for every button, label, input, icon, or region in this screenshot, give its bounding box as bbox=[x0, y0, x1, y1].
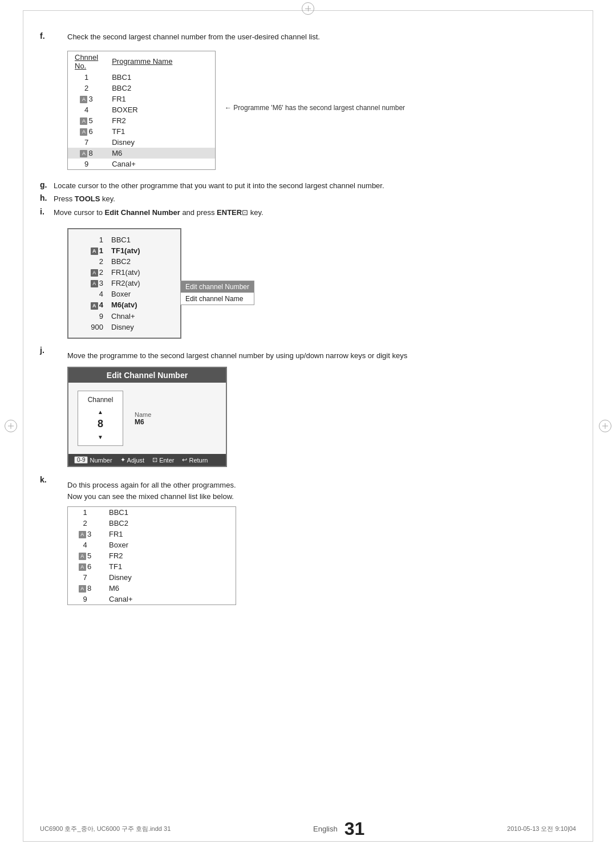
channel-number-cell: 4 bbox=[68, 104, 105, 115]
programme-name-cell: Disney bbox=[102, 572, 236, 583]
table-row: 1BBC1 bbox=[68, 507, 236, 518]
context-menu: Edit channel NumberEdit channel Name bbox=[180, 281, 254, 305]
a-badge: A bbox=[91, 280, 98, 287]
programme-name-cell: FR1 bbox=[105, 94, 215, 104]
footer-right-text: 2010-05-13 오전 9:10|04 bbox=[507, 825, 576, 833]
a-badge: A bbox=[91, 302, 98, 310]
programme-name-cell: FR1 bbox=[102, 529, 236, 539]
channel-number-cell: A8 bbox=[68, 148, 105, 159]
tv-num-cell: 9 bbox=[75, 311, 107, 321]
tv-name-cell: M6(atv) bbox=[108, 300, 173, 310]
main-content: f. Check the second largest channel numb… bbox=[40, 31, 576, 821]
footer-item: 0-9Number bbox=[74, 456, 112, 464]
context-menu-item[interactable]: Edit channel Name bbox=[181, 293, 254, 305]
channel-number-cell: A8 bbox=[68, 583, 102, 594]
dialog-body: Channel 8 Name M6 bbox=[68, 383, 226, 454]
page-number: 31 bbox=[345, 818, 365, 839]
channel-arrows: 8 bbox=[87, 407, 114, 441]
channel-box: Channel 8 bbox=[78, 391, 123, 446]
programme-name-cell: Boxer bbox=[102, 539, 236, 550]
section-j-block: Move the programme to the second largest… bbox=[67, 350, 407, 468]
channel-number-cell: A5 bbox=[68, 550, 102, 561]
edit-channel-dialog: Edit Channel Number Channel 8 Name M6 bbox=[67, 367, 227, 467]
programme-name-cell: BBC2 bbox=[105, 83, 215, 94]
table-row: A8M6 bbox=[68, 148, 215, 159]
tv-num-cell: A4 bbox=[75, 300, 107, 310]
context-menu-item[interactable]: Edit channel Number bbox=[181, 281, 254, 293]
page-border-right bbox=[593, 10, 593, 842]
channel-table-k: 1BBC12BBC2A3FR14BoxerA5FR2A6TF17DisneyA8… bbox=[67, 506, 236, 605]
section-i-bold: Edit Channel Number bbox=[105, 208, 180, 217]
section-j-label: j. bbox=[40, 346, 49, 355]
programme-name-cell: BOXER bbox=[105, 104, 215, 115]
tv-num-cell: 900 bbox=[75, 322, 107, 332]
table-row: A6TF1 bbox=[68, 561, 236, 572]
section-f-block: Check the second largest channel number … bbox=[67, 31, 405, 170]
section-f-label: f. bbox=[40, 31, 49, 40]
table-row: A8M6 bbox=[68, 583, 236, 594]
programme-name-cell: Disney bbox=[105, 137, 215, 148]
tv-num-cell: 2 bbox=[75, 257, 107, 266]
section-i-end: key. bbox=[248, 208, 264, 217]
tv-table-row: A3FR2(atv) bbox=[75, 278, 173, 288]
footer-label: Adjust bbox=[127, 457, 145, 464]
a-badge: A bbox=[91, 248, 98, 255]
table-row: 2BBC2 bbox=[68, 518, 236, 529]
a-badge: A bbox=[79, 585, 86, 593]
table-row: 4BOXER bbox=[68, 104, 215, 115]
a-badge: A bbox=[80, 128, 87, 136]
channel-number-cell: 7 bbox=[68, 137, 105, 148]
channel-number-cell: 1 bbox=[68, 72, 105, 83]
tv-num-cell: A3 bbox=[75, 278, 107, 288]
programme-name-cell: BBC1 bbox=[102, 507, 236, 518]
section-f: f. Check the second largest channel numb… bbox=[40, 31, 576, 170]
english-label: English bbox=[313, 825, 338, 833]
col-header-programme: Programme Name bbox=[105, 51, 215, 72]
section-h: h. Press TOOLS key. bbox=[40, 193, 576, 205]
table-row: 7Disney bbox=[68, 572, 236, 583]
tv-table-row: 1BBC1 bbox=[75, 235, 173, 245]
channel-number-cell: 1 bbox=[68, 507, 102, 518]
channel-number-cell: A6 bbox=[68, 126, 105, 137]
sections-ghi: g. Locate cursor to the other programme … bbox=[40, 180, 576, 339]
registration-mark-right bbox=[599, 420, 611, 432]
tv-table-row: 2BBC2 bbox=[75, 257, 173, 266]
key-badge: 0-9 bbox=[74, 456, 88, 464]
page-number-block: English 31 bbox=[313, 818, 364, 839]
tv-name-cell: FR2(atv) bbox=[108, 278, 173, 288]
channel-number-cell: A5 bbox=[68, 115, 105, 126]
section-h-bold: TOOLS bbox=[75, 194, 100, 203]
arrow-up-icon bbox=[98, 407, 103, 416]
table-row: 7Disney bbox=[68, 137, 215, 148]
section-k: k. Do this process again for all the oth… bbox=[40, 475, 576, 605]
section-i-before: Move cursor to bbox=[54, 208, 105, 217]
footer-icon: ↩ bbox=[182, 456, 187, 464]
programme-name-cell: M6 bbox=[105, 148, 215, 159]
page-border-bottom bbox=[23, 841, 593, 842]
a-badge: A bbox=[79, 563, 86, 571]
tv-num-cell: 4 bbox=[75, 289, 107, 299]
programme-name-cell: FR2 bbox=[105, 115, 215, 126]
programme-name-cell: Canal+ bbox=[102, 594, 236, 604]
a-badge: A bbox=[80, 96, 87, 103]
programme-name-cell: FR2 bbox=[102, 550, 236, 561]
section-h-text: Press TOOLS key. bbox=[54, 193, 115, 205]
tv-name-cell: Boxer bbox=[108, 289, 173, 299]
section-k-line2: Now you can see the mixed channel list l… bbox=[67, 491, 236, 502]
a-badge: A bbox=[80, 150, 87, 157]
col-header-chnnel: Chnnel No. bbox=[68, 51, 105, 72]
channel-number-cell: A3 bbox=[68, 94, 105, 104]
section-i-text: Move cursor to Edit Channel Number and p… bbox=[54, 207, 264, 218]
section-f-note: ← Programme 'M6' has the second largest … bbox=[225, 104, 405, 112]
section-i-enter: ENTER bbox=[217, 208, 242, 217]
page-border-left bbox=[23, 10, 23, 842]
section-f-text: Check the second largest channel number … bbox=[67, 31, 405, 43]
table-row: 9Canal+ bbox=[68, 159, 215, 169]
section-g: g. Locate cursor to the other programme … bbox=[40, 180, 576, 192]
channel-number-cell: 4 bbox=[68, 539, 102, 550]
tv-num-cell: 1 bbox=[75, 235, 107, 245]
section-h-label: h. bbox=[40, 193, 49, 202]
footer-label: Enter bbox=[159, 457, 174, 464]
tv-table-row: 4Boxer bbox=[75, 289, 173, 299]
channel-number-cell: 7 bbox=[68, 572, 102, 583]
